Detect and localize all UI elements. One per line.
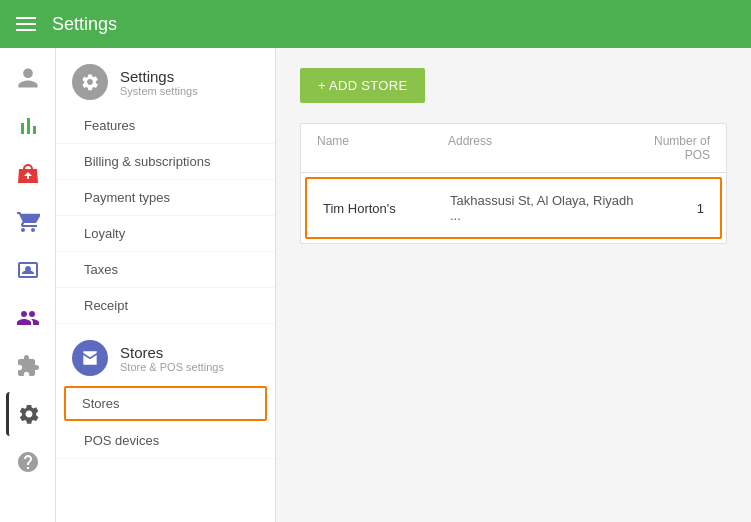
nav-item-receipt[interactable]: Receipt (56, 288, 275, 324)
store-name: Tim Horton's (323, 201, 450, 216)
sidebar-item-integrations[interactable] (6, 344, 50, 388)
settings-nav-panel: Settings System settings Features Billin… (56, 48, 276, 522)
topbar: Settings (0, 0, 751, 48)
nav-item-taxes[interactable]: Taxes (56, 252, 275, 288)
header-address: Address (448, 134, 645, 162)
stores-table: Name Address Number of POS Tim Horton's … (300, 123, 727, 244)
stores-section-header: Stores Store & POS settings (56, 324, 275, 384)
sidebar-item-people[interactable] (6, 296, 50, 340)
stores-section-titles: Stores Store & POS settings (120, 344, 224, 373)
sidebar-item-analytics[interactable] (6, 104, 50, 148)
store-address: Takhassusi St, Al Olaya, Riyadh ... (450, 193, 641, 223)
nav-item-payment-types[interactable]: Payment types (56, 180, 275, 216)
table-row[interactable]: Tim Horton's Takhassusi St, Al Olaya, Ri… (305, 177, 722, 239)
settings-section-subtitle: System settings (120, 85, 198, 97)
add-store-button[interactable]: + ADD STORE (300, 68, 425, 103)
main-layout: Settings System settings Features Billin… (0, 48, 751, 522)
stores-section-subtitle: Store & POS settings (120, 361, 224, 373)
sidebar-item-settings[interactable] (6, 392, 50, 436)
sidebar-item-help[interactable] (6, 440, 50, 484)
settings-section-header: Settings System settings (56, 48, 275, 108)
icon-sidebar (0, 48, 56, 522)
table-header: Name Address Number of POS (301, 124, 726, 173)
nav-item-pos-devices[interactable]: POS devices (56, 423, 275, 459)
header-pos: Number of POS (645, 134, 711, 162)
settings-section-titles: Settings System settings (120, 68, 198, 97)
settings-section-title: Settings (120, 68, 198, 85)
sidebar-item-user[interactable] (6, 56, 50, 100)
main-content: + ADD STORE Name Address Number of POS T… (276, 48, 751, 522)
nav-item-features[interactable]: Features (56, 108, 275, 144)
stores-section-icon (72, 340, 108, 376)
nav-item-loyalty[interactable]: Loyalty (56, 216, 275, 252)
header-name: Name (317, 134, 448, 162)
nav-item-billing[interactable]: Billing & subscriptions (56, 144, 275, 180)
sidebar-item-contacts[interactable] (6, 248, 50, 292)
settings-section-icon (72, 64, 108, 100)
store-pos-count: 1 (641, 201, 705, 216)
sidebar-item-cart[interactable] (6, 200, 50, 244)
nav-item-stores[interactable]: Stores (64, 386, 267, 421)
stores-section-title: Stores (120, 344, 224, 361)
sidebar-item-orders[interactable] (6, 152, 50, 196)
hamburger-menu-button[interactable] (16, 17, 36, 31)
topbar-title: Settings (52, 14, 117, 35)
